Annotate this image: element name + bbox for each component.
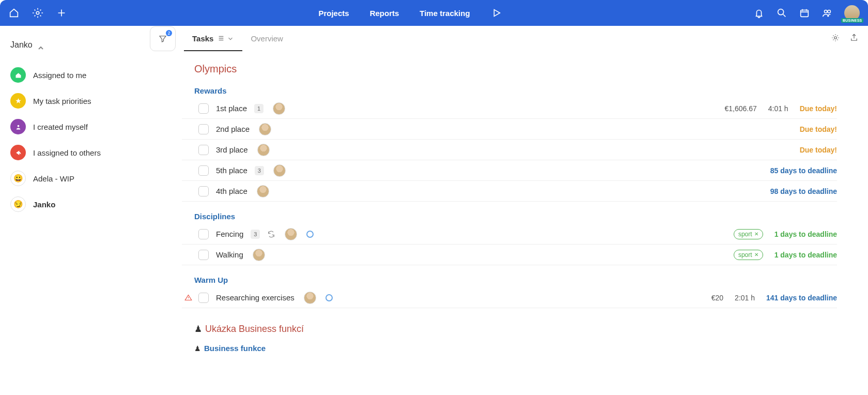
tag[interactable]: sport ✕: [734, 229, 763, 239]
subtask-count-badge: 3: [251, 230, 260, 239]
section-title[interactable]: Rewards: [194, 86, 837, 95]
nav-reports[interactable]: Reports: [370, 9, 399, 18]
assignee-avatar[interactable]: [285, 228, 297, 240]
play-icon[interactable]: [491, 7, 502, 19]
plus-icon[interactable]: [56, 7, 67, 19]
svg-point-1: [778, 9, 784, 15]
sidebar-item-2[interactable]: I created myself: [8, 115, 136, 139]
task-deadline: 1 days to deadline: [774, 251, 837, 259]
section-title[interactable]: Warm Up: [194, 276, 837, 284]
checkbox[interactable]: [198, 250, 209, 260]
assignee-avatar[interactable]: [253, 249, 265, 261]
task-row[interactable]: 4th place98 days to deadline: [182, 181, 837, 202]
task-name: Fencing: [216, 230, 243, 238]
sidebar-item-label: Adela - WIP: [33, 174, 74, 183]
svg-point-5: [17, 125, 19, 127]
sidebar-item-5[interactable]: 😏Janko: [8, 192, 136, 216]
task-row[interactable]: 3rd placeDue today!: [182, 140, 837, 160]
avatar[interactable]: BUSINESS: [844, 5, 860, 21]
gear-icon[interactable]: [32, 7, 43, 19]
project-title[interactable]: Ukázka Business funkcí: [205, 324, 304, 335]
task-row[interactable]: Researching exercises€202:01 h141 days t…: [182, 287, 837, 308]
sidebar-item-4[interactable]: 😀Adela - WIP: [8, 166, 136, 190]
sidebar-item-1[interactable]: My task priorities: [8, 89, 136, 113]
task-row[interactable]: 2nd placeDue today!: [182, 119, 837, 140]
sidebar-item-label: My task priorities: [33, 97, 91, 105]
people-icon[interactable]: [822, 7, 833, 19]
chevron-down-icon: [227, 35, 234, 42]
sidebar-item-label: I created myself: [33, 123, 88, 131]
sidebar-item-0[interactable]: Assigned to me: [8, 63, 136, 87]
assignee-avatar[interactable]: [273, 164, 286, 177]
person-icon: [10, 119, 26, 134]
task-name: 5th place: [216, 166, 247, 175]
tab-overview[interactable]: Overview: [242, 26, 291, 51]
home-icon: [10, 67, 26, 83]
plan-badge: BUSINESS: [841, 18, 863, 23]
checkbox[interactable]: [198, 145, 209, 155]
checkbox[interactable]: [198, 186, 209, 196]
task-name: 1st place: [216, 104, 247, 113]
pawn-icon: ♟: [194, 324, 202, 335]
filter-button[interactable]: 2: [150, 26, 176, 51]
task-row[interactable]: 1st place1€1,606.674:01 hDue today!: [182, 98, 837, 119]
nav-time-tracking[interactable]: Time tracking: [420, 9, 470, 18]
filter-count-badge: 2: [166, 30, 172, 36]
task-name: Walking: [216, 250, 243, 259]
sidebar-item-label: Janko: [33, 200, 55, 209]
sidebar-item-3[interactable]: I assigned to others: [8, 141, 136, 164]
warning-icon: [182, 294, 194, 301]
svg-point-4: [828, 10, 831, 13]
home-icon[interactable]: [8, 7, 20, 19]
tab-tasks[interactable]: Tasks: [184, 26, 242, 51]
pawn-icon: ♟: [194, 344, 201, 353]
progress-ring-icon: [326, 294, 333, 301]
task-row[interactable]: 5th place385 days to deadline: [182, 160, 837, 181]
project-title[interactable]: Olympics: [194, 63, 837, 75]
task-row[interactable]: Fencing3sport ✕1 days to deadline: [182, 224, 837, 245]
task-deadline: Due today!: [800, 104, 837, 113]
checkbox[interactable]: [198, 165, 209, 176]
emoji-icon: 😏: [10, 196, 26, 212]
subtask-count-badge: 3: [255, 166, 264, 175]
svg-point-0: [36, 11, 39, 14]
task-name: 3rd place: [216, 145, 248, 154]
calendar-icon[interactable]: [799, 7, 810, 19]
task-price: €20: [711, 294, 723, 302]
section-title[interactable]: Business funkce: [204, 344, 266, 353]
assignee-avatar[interactable]: [273, 102, 285, 115]
task-name: 4th place: [216, 187, 247, 195]
tag[interactable]: sport ✕: [734, 250, 763, 260]
checkbox[interactable]: [198, 103, 209, 114]
svg-point-6: [834, 37, 837, 39]
user-name: Janko: [10, 40, 33, 50]
share-icon: [10, 145, 26, 160]
checkbox[interactable]: [198, 229, 209, 239]
assignee-avatar[interactable]: [304, 292, 316, 304]
task-deadline: Due today!: [800, 146, 837, 154]
svg-point-3: [825, 10, 828, 13]
task-deadline: 1 days to deadline: [774, 230, 837, 238]
repeat-icon: [267, 230, 275, 238]
emoji-icon: 😀: [10, 171, 26, 186]
task-deadline: 98 days to deadline: [770, 187, 837, 195]
task-name: Researching exercises: [216, 293, 295, 302]
checkbox[interactable]: [198, 124, 209, 134]
share-icon[interactable]: [849, 33, 859, 44]
task-hours: 2:01 h: [735, 294, 755, 302]
assignee-avatar[interactable]: [257, 144, 270, 156]
task-price: €1,606.67: [724, 104, 756, 113]
checkbox[interactable]: [198, 293, 209, 303]
assignee-avatar[interactable]: [259, 123, 271, 135]
task-deadline: 141 days to deadline: [766, 294, 837, 302]
task-hours: 4:01 h: [768, 104, 788, 113]
task-row[interactable]: Walkingsport ✕1 days to deadline: [182, 245, 837, 265]
bell-icon[interactable]: [753, 7, 765, 19]
user-switcher[interactable]: Janko: [8, 38, 136, 52]
assignee-avatar[interactable]: [257, 185, 269, 198]
list-icon: [218, 35, 225, 42]
settings-icon[interactable]: [831, 33, 840, 44]
search-icon[interactable]: [776, 7, 787, 19]
nav-projects[interactable]: Projects: [318, 9, 349, 18]
section-title[interactable]: Disciplines: [194, 212, 837, 221]
